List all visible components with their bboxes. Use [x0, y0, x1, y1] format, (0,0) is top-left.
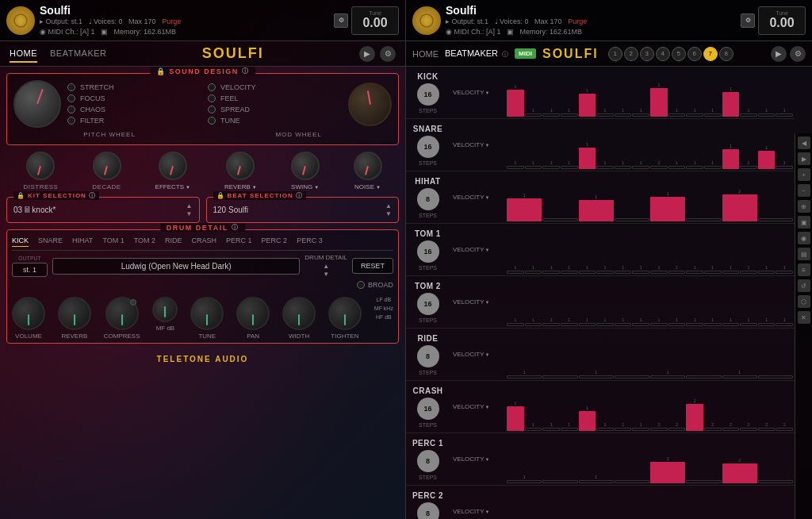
beat-bar-cell[interactable]: 1: [615, 122, 632, 169]
steps-badge-2[interactable]: 8: [417, 188, 439, 210]
beat-bar-cell[interactable]: 1: [596, 122, 614, 169]
beat-bar-cell[interactable]: 2: [668, 384, 686, 431]
beat-bar[interactable]: [542, 271, 560, 274]
beat-bar-cell[interactable]: 1: [776, 122, 793, 169]
beat-bar-cell[interactable]: 2: [686, 384, 703, 431]
beat-bar[interactable]: [525, 323, 542, 326]
beat-bar[interactable]: [579, 94, 596, 117]
beat-bar-cell[interactable]: [542, 332, 577, 379]
beat-bar-cell[interactable]: 1: [686, 122, 703, 169]
beat-bar[interactable]: [722, 463, 757, 483]
beat-bar-cell[interactable]: [542, 489, 577, 519]
tighten-knob[interactable]: [328, 297, 362, 330]
filter-radio[interactable]: [67, 117, 75, 125]
beat-bar-cell[interactable]: 1: [542, 279, 560, 326]
beat-bar[interactable]: [525, 271, 542, 274]
beat-bar-cell[interactable]: 1: [722, 122, 740, 169]
tune-option[interactable]: TUNE: [208, 117, 342, 125]
beat-bar[interactable]: [650, 271, 668, 274]
beat-bar[interactable]: [507, 375, 542, 379]
beat-bar-cell[interactable]: 2: [722, 175, 757, 221]
beat-bar-cell[interactable]: 1: [758, 227, 776, 274]
beat-bar-cell[interactable]: 1: [740, 70, 757, 117]
side-btn-1[interactable]: ◀: [798, 136, 810, 149]
beat-bar[interactable]: [686, 271, 703, 274]
velocity-label-2[interactable]: VELOCITY: [453, 194, 502, 201]
beat-bar[interactable]: [561, 166, 578, 169]
beat-bar-cell[interactable]: 1: [525, 70, 542, 117]
kit-arrows[interactable]: ▲▼: [186, 202, 193, 217]
beat-bar-cell[interactable]: 2: [650, 122, 668, 169]
drum-tab-perc1[interactable]: PERC 1: [226, 236, 252, 247]
beat-bar[interactable]: [704, 428, 722, 431]
right-settings-icon[interactable]: ⚙: [790, 46, 806, 62]
feel-radio[interactable]: [208, 94, 216, 102]
beat-bar-cell[interactable]: 1: [561, 122, 578, 169]
filter-option[interactable]: FILTER: [67, 117, 201, 125]
steps-badge-7[interactable]: 8: [417, 450, 439, 472]
drum-tab-hihat[interactable]: HIHAT: [72, 236, 93, 247]
step-5[interactable]: 5: [672, 47, 686, 61]
beat-bar[interactable]: [579, 375, 614, 379]
effects-knob[interactable]: [159, 152, 187, 180]
velocity-option[interactable]: VELOCITY: [208, 83, 342, 91]
beat-bar[interactable]: [561, 323, 578, 326]
beat-bar-cell[interactable]: 1: [579, 70, 596, 117]
beat-bar-cell[interactable]: 1: [579, 332, 614, 379]
beat-bar[interactable]: [507, 271, 524, 274]
velocity-label-5[interactable]: VELOCITY: [453, 351, 502, 358]
beat-bar-cell[interactable]: [758, 489, 793, 519]
side-btn-3[interactable]: +: [798, 168, 810, 181]
beat-bar-cell[interactable]: 1: [776, 227, 793, 274]
drum-tab-crash[interactable]: CRASH: [192, 236, 217, 247]
beat-bar[interactable]: [525, 428, 542, 431]
beat-bar[interactable]: [542, 218, 577, 221]
beat-bar-cell[interactable]: 1: [579, 227, 596, 274]
beat-bar[interactable]: [615, 113, 632, 117]
beat-bar[interactable]: [542, 323, 560, 326]
beat-bar-cell[interactable]: 1: [596, 384, 614, 431]
beat-bar[interactable]: [668, 428, 686, 431]
mod-knob[interactable]: [348, 83, 392, 126]
beat-bar-cell[interactable]: 1: [758, 122, 776, 169]
beat-bar[interactable]: [596, 113, 614, 117]
beat-bar-cell[interactable]: 1: [507, 384, 524, 431]
tune-radio[interactable]: [208, 117, 216, 125]
velocity-label-7[interactable]: VELOCITY: [453, 456, 502, 463]
beat-bar-cell[interactable]: 2: [758, 384, 776, 431]
side-btn-2[interactable]: ▶: [798, 152, 810, 165]
drum-tab-snare[interactable]: SNARE: [38, 236, 63, 247]
step-7[interactable]: 7: [703, 47, 718, 61]
beat-bar-cell[interactable]: 1: [650, 489, 685, 519]
beat-bar-cell[interactable]: 1: [704, 227, 722, 274]
beat-bar[interactable]: [758, 323, 776, 326]
beat-bar[interactable]: [740, 428, 757, 431]
beat-bar-cell[interactable]: 1: [579, 384, 596, 431]
beat-bar-cell[interactable]: 1: [579, 436, 614, 483]
broad-radio[interactable]: [357, 281, 365, 289]
width-knob[interactable]: [282, 297, 316, 330]
step-1[interactable]: 1: [608, 47, 622, 61]
beat-bar-cell[interactable]: 2: [722, 384, 740, 431]
beat-bar[interactable]: [525, 166, 542, 169]
beat-bar[interactable]: [668, 323, 686, 326]
beat-bar[interactable]: [561, 271, 578, 274]
beat-bar[interactable]: [579, 411, 596, 431]
beat-bar-cell[interactable]: 1: [615, 279, 632, 326]
beat-bar-cell[interactable]: 1: [525, 279, 542, 326]
beat-bar[interactable]: [579, 480, 614, 483]
side-btn-11[interactable]: ⬡: [798, 295, 810, 308]
drum-tab-ride[interactable]: RIDE: [165, 236, 182, 247]
beat-bar-cell[interactable]: [686, 436, 721, 483]
beat-bar-cell[interactable]: 1: [758, 279, 776, 326]
beat-bar-cell[interactable]: [615, 175, 649, 221]
beat-bar-cell[interactable]: 1: [632, 384, 649, 431]
beat-bar[interactable]: [507, 198, 542, 221]
beat-bar-cell[interactable]: 1: [507, 279, 524, 326]
side-btn-9[interactable]: ≡: [798, 263, 810, 276]
beat-bar[interactable]: [704, 113, 722, 117]
velocity-label-8[interactable]: VELOCITY: [453, 508, 502, 515]
beat-bar[interactable]: [615, 166, 632, 169]
compress-knob[interactable]: [105, 297, 139, 330]
beat-bar-cell[interactable]: 1: [686, 227, 703, 274]
